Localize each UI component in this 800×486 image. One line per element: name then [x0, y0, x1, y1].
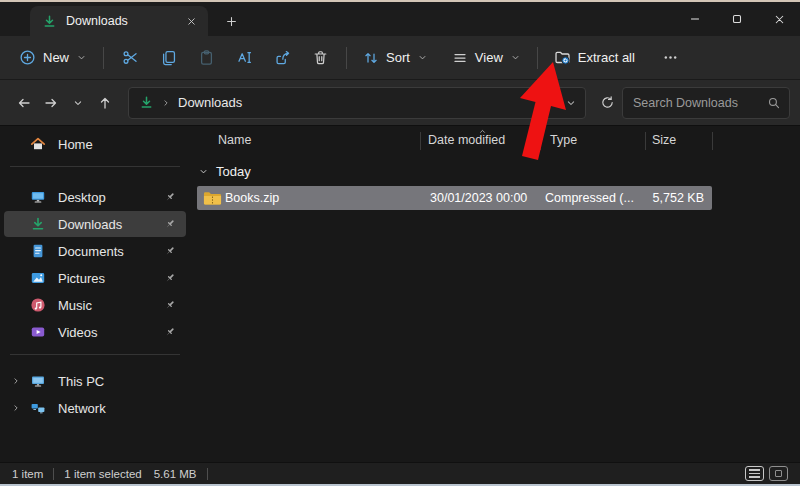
group-header-label: Today	[216, 164, 251, 179]
column-header-date-modified[interactable]: Date modified	[428, 133, 505, 147]
cut-button[interactable]	[111, 42, 149, 74]
sidebar-item-label: Home	[58, 137, 93, 152]
file-type: Compressed (...	[545, 191, 634, 205]
trash-icon	[312, 49, 329, 66]
tab-close-button[interactable]	[180, 10, 202, 32]
minimize-button[interactable]	[674, 2, 716, 36]
maximize-button[interactable]	[716, 2, 758, 36]
tab-label: Downloads	[66, 14, 180, 28]
recent-locations-button[interactable]	[64, 89, 91, 117]
titlebar: Downloads	[0, 2, 800, 36]
column-header-type[interactable]: Type	[550, 133, 577, 147]
sidebar-item-videos[interactable]: Videos	[4, 319, 186, 345]
chevron-right-icon[interactable]	[11, 403, 21, 413]
pin-icon	[164, 218, 176, 230]
home-icon	[30, 136, 46, 152]
group-header-today[interactable]: Today	[198, 164, 251, 179]
sidebar: Home Desktop Downloads Documents Picture…	[0, 126, 190, 462]
zip-folder-icon	[203, 190, 222, 206]
download-icon	[30, 216, 46, 232]
column-separator[interactable]	[420, 132, 421, 150]
pin-icon	[164, 272, 176, 284]
download-icon	[42, 14, 57, 29]
column-header-size[interactable]: Size	[652, 133, 676, 147]
sidebar-item-network[interactable]: Network	[4, 395, 186, 421]
network-icon	[30, 400, 46, 416]
column-separator[interactable]	[645, 132, 646, 150]
refresh-icon	[600, 95, 615, 110]
pin-icon	[164, 326, 176, 338]
sidebar-item-documents[interactable]: Documents	[4, 238, 186, 264]
up-arrow-icon	[97, 95, 113, 111]
search-box[interactable]	[622, 87, 790, 119]
sidebar-item-home[interactable]: Home	[4, 131, 186, 157]
chevron-down-icon[interactable]	[198, 166, 209, 177]
paste-button[interactable]	[187, 42, 225, 74]
large-icons-view-toggle[interactable]	[769, 466, 788, 481]
file-name: Books.zip	[225, 191, 279, 205]
sidebar-item-pictures[interactable]: Pictures	[4, 265, 186, 291]
forward-button[interactable]	[37, 89, 64, 117]
column-header-name[interactable]: Name	[218, 133, 251, 147]
address-dropdown-icon[interactable]	[565, 97, 577, 109]
copy-button[interactable]	[149, 42, 187, 74]
forward-arrow-icon	[43, 95, 59, 111]
column-separator[interactable]	[540, 132, 541, 150]
toolbar-separator	[537, 47, 538, 69]
sidebar-item-music[interactable]: Music	[4, 292, 186, 318]
share-button[interactable]	[263, 42, 301, 74]
rename-icon	[236, 49, 253, 66]
column-separator[interactable]	[712, 132, 713, 150]
copy-icon	[160, 49, 177, 66]
breadcrumb[interactable]: Downloads	[178, 95, 242, 110]
view-button[interactable]: View	[443, 43, 530, 73]
cut-icon	[122, 49, 139, 66]
extract-all-button[interactable]: Extract all	[545, 42, 644, 73]
download-icon	[139, 95, 154, 110]
pin-icon	[164, 299, 176, 311]
documents-icon	[30, 243, 46, 259]
toolbar-separator	[346, 47, 347, 69]
address-bar[interactable]: Downloads	[128, 87, 586, 119]
back-arrow-icon	[16, 95, 32, 111]
navigation-bar: Downloads	[0, 80, 800, 126]
status-bar: 1 item 1 item selected 5.61 MB	[0, 462, 800, 484]
maximize-icon	[730, 12, 744, 26]
details-view-toggle[interactable]	[745, 466, 764, 481]
tab-downloads[interactable]: Downloads	[30, 6, 208, 36]
sort-button[interactable]: Sort	[354, 43, 437, 73]
sidebar-item-this-pc[interactable]: This PC	[4, 368, 186, 394]
new-button[interactable]: New	[10, 42, 96, 73]
view-lines-icon	[452, 50, 468, 66]
close-icon	[773, 13, 786, 26]
delete-button[interactable]	[301, 42, 339, 74]
sidebar-item-label: Pictures	[58, 271, 105, 286]
see-more-button[interactable]	[652, 42, 690, 74]
item-count: 1 item	[12, 468, 43, 480]
content-area: Home Desktop Downloads Documents Picture…	[0, 126, 800, 462]
sidebar-item-downloads[interactable]: Downloads	[4, 211, 186, 237]
close-window-button[interactable]	[758, 2, 800, 36]
sidebar-item-desktop[interactable]: Desktop	[4, 184, 186, 210]
new-tab-button[interactable]	[220, 10, 242, 32]
rename-button[interactable]	[225, 42, 263, 74]
paste-icon	[198, 49, 215, 66]
chevron-right-icon[interactable]	[11, 376, 21, 386]
chevron-down-icon	[417, 52, 428, 63]
search-icon	[767, 96, 781, 110]
refresh-button[interactable]	[592, 89, 622, 117]
this-pc-icon	[30, 373, 46, 389]
file-row-books-zip[interactable]: Books.zip 30/01/2023 00:00 Compressed (.…	[197, 186, 712, 210]
share-icon	[274, 49, 291, 66]
file-date-modified: 30/01/2023 00:00	[430, 191, 527, 205]
extract-folder-icon	[554, 49, 571, 66]
back-button[interactable]	[10, 89, 37, 117]
search-input[interactable]	[633, 96, 767, 110]
breadcrumb-chevron-icon	[161, 98, 171, 108]
sort-button-label: Sort	[386, 50, 410, 65]
sidebar-item-label: Network	[58, 401, 106, 416]
new-button-label: New	[43, 50, 69, 65]
plus-icon	[225, 15, 238, 28]
extract-all-label: Extract all	[578, 50, 635, 65]
up-button[interactable]	[91, 89, 118, 117]
